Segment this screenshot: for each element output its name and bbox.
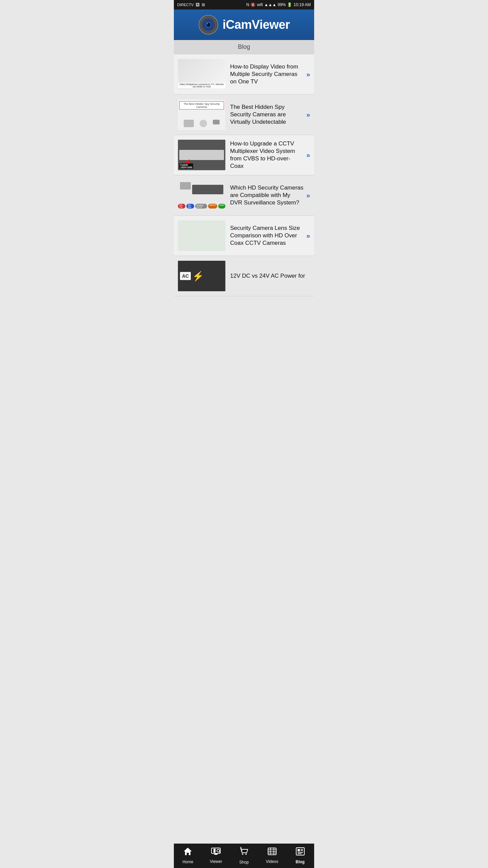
nav-label-videos: Videos: [266, 859, 278, 864]
blog-text-4: Which HD Security Cameras are Compatible…: [230, 184, 310, 206]
battery-icon: 🔋: [287, 2, 292, 7]
thumb-dvr: [192, 185, 223, 194]
tag-hdcvi: HDCVI: [208, 204, 217, 209]
time-display: 10:19 AM: [293, 2, 311, 7]
blog-arrow-3: »: [306, 151, 310, 159]
nav-label-viewer: Viewer: [210, 859, 222, 864]
svg-point-10: [242, 853, 243, 855]
blog-arrow-5: »: [306, 232, 310, 240]
tag-ahd: AHD: [218, 204, 225, 209]
nav-item-blog[interactable]: Blog: [288, 847, 312, 864]
bottom-nav: Home Viewer Shop: [174, 844, 314, 868]
svg-point-11: [245, 853, 247, 855]
blog-text-6: 12V DC vs 24V AC Power for: [230, 272, 310, 280]
nav-item-home[interactable]: Home: [176, 847, 200, 864]
status-bar: DIRECTV 🖼 ⊞ N 🔇 wifi ▲▲▲ 99% 🔋 10:19 AM: [174, 0, 314, 9]
blog-arrow-4: »: [306, 192, 310, 199]
nav-label-shop: Shop: [239, 860, 249, 865]
app-header: iCamViewer: [174, 9, 314, 40]
svg-rect-21: [298, 853, 302, 854]
svg-rect-22: [301, 849, 303, 850]
battery-text: 99%: [278, 2, 286, 7]
thumb-hd-badge: FullHD1920×1080: [179, 163, 193, 169]
viewer-icon: [211, 847, 221, 858]
header-logo: iCamViewer: [198, 15, 290, 35]
tag-hdtvi: HD-TVI: [178, 204, 185, 209]
blog-list: Video Multiplexer connects to TV / Monit…: [174, 54, 314, 844]
blog-thumb-1: Video Multiplexer connects to TV / Monit…: [178, 59, 225, 90]
svg-point-4: [207, 23, 208, 24]
blog-title-1: How-to Display Video from Multiple Secur…: [230, 63, 304, 85]
app-title: iCamViewer: [223, 18, 290, 32]
blog-arrow-1: »: [306, 71, 310, 78]
videos-icon: [267, 847, 277, 858]
cam-shape-1: [184, 120, 194, 127]
svg-rect-20: [298, 852, 303, 853]
blog-thumb-2: The Best Hidden Spy Security Cameras: [178, 99, 225, 130]
tag-analog: Analog CCTV: [195, 204, 207, 209]
thumb-box: [179, 150, 224, 160]
blog-title-6: 12V DC vs 24V AC Power for: [230, 272, 310, 280]
blog-icon: [296, 847, 305, 858]
tag-hdsdi: HD-SDI: [186, 204, 194, 209]
grid-icon: ⊞: [202, 2, 205, 7]
blog-text-1: How-to Display Video from Multiple Secur…: [230, 63, 310, 85]
blog-thumb-4: HD-TVI HD-SDI Analog CCTV HDCVI AHD: [178, 180, 225, 211]
svg-point-7: [217, 849, 220, 852]
nav-label-home: Home: [182, 860, 193, 864]
svg-rect-23: [301, 850, 303, 851]
blog-text-2: The Best Hidden Spy Security Cameras are…: [230, 103, 310, 126]
svg-rect-5: [211, 848, 220, 853]
blog-title-3: How-to Upgrade a CCTV Multiplexer Video …: [230, 140, 304, 170]
directv-icon: DIRECTV: [177, 3, 194, 7]
cam-small: [213, 120, 220, 124]
ac-badge: AC: [180, 272, 191, 280]
blog-title-2: The Best Hidden Spy Security Cameras are…: [230, 103, 304, 126]
svg-rect-9: [214, 854, 218, 855]
logo-icon: [198, 15, 219, 35]
image-icon: 🖼: [196, 2, 200, 7]
blog-thumb-6: AC ⚡: [178, 261, 225, 291]
blog-title-4: Which HD Security Cameras are Compatible…: [230, 184, 304, 206]
signal-icon: ▲▲▲: [264, 2, 277, 7]
blog-thumb-3: FullHD1920×1080: [178, 140, 225, 170]
mute-icon: 🔇: [250, 2, 256, 7]
nav-item-videos[interactable]: Videos: [260, 847, 284, 864]
thumb-label-1: Video Multiplexer connects to TV / Monit…: [178, 83, 225, 88]
shop-icon: [240, 847, 248, 859]
svg-rect-6: [214, 849, 216, 853]
thumb-2-label: The Best Hidden Spy Security Cameras: [179, 101, 224, 110]
nav-item-shop[interactable]: Shop: [232, 847, 256, 865]
cam-dome: [200, 120, 207, 127]
status-right-icons: N 🔇 wifi ▲▲▲ 99% 🔋 10:19 AM: [246, 2, 311, 7]
blog-item-1[interactable]: Video Multiplexer connects to TV / Monit…: [174, 54, 314, 95]
svg-rect-19: [298, 849, 300, 851]
thumb-cam: [180, 182, 191, 190]
blog-item-2[interactable]: The Best Hidden Spy Security Cameras The…: [174, 95, 314, 135]
home-icon: [183, 847, 192, 858]
blog-thumb-5: [178, 220, 225, 251]
thumb-cameras: [178, 120, 225, 127]
section-label: Blog: [174, 40, 314, 54]
blog-item-5[interactable]: Security Camera Lens Size Comparison wit…: [174, 216, 314, 256]
blog-title-5: Security Camera Lens Size Comparison wit…: [230, 224, 304, 247]
lightning-icon: ⚡: [192, 271, 204, 282]
wifi-icon: wifi: [257, 2, 263, 7]
blog-item-3[interactable]: FullHD1920×1080 How-to Upgrade a CCTV Mu…: [174, 135, 314, 175]
nfc-icon: N: [246, 2, 249, 7]
blog-text-5: Security Camera Lens Size Comparison wit…: [230, 224, 310, 247]
blog-arrow-2: »: [306, 111, 310, 119]
status-left-icons: DIRECTV 🖼 ⊞: [177, 2, 205, 7]
blog-item-4[interactable]: HD-TVI HD-SDI Analog CCTV HDCVI AHD Whic…: [174, 175, 314, 216]
thumb-tags: HD-TVI HD-SDI Analog CCTV HDCVI AHD: [178, 204, 225, 209]
nav-item-viewer[interactable]: Viewer: [204, 847, 228, 864]
blog-item-6[interactable]: AC ⚡ 12V DC vs 24V AC Power for: [174, 256, 314, 296]
nav-label-blog: Blog: [296, 860, 305, 864]
blog-text-3: How-to Upgrade a CCTV Multiplexer Video …: [230, 140, 310, 170]
